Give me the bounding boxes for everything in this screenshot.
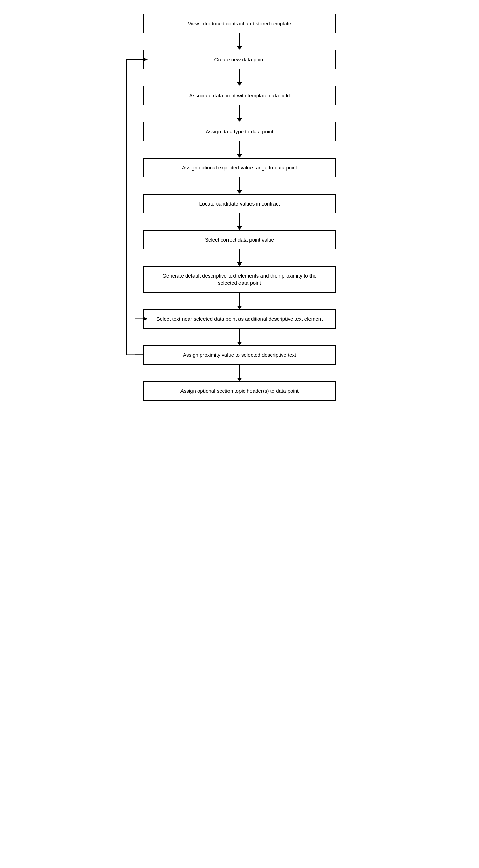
step-assign-proximity: Assign proximity value to selected descr… bbox=[143, 345, 336, 365]
flowchart-container: View introduced contract and stored temp… bbox=[119, 14, 360, 401]
arrow-1-2 bbox=[237, 33, 242, 50]
step-select-value: Select correct data point value bbox=[143, 230, 336, 249]
arrow-6-7 bbox=[237, 213, 242, 230]
arrow-7-8 bbox=[237, 249, 242, 266]
step-associate-template: Associate data point with template data … bbox=[143, 86, 336, 105]
step-generate-descriptive: Generate default descriptive text elemen… bbox=[143, 266, 336, 293]
step-assign-data-type: Assign data type to data point bbox=[143, 122, 336, 141]
arrow-2-3 bbox=[237, 69, 242, 86]
arrow-3-4 bbox=[237, 105, 242, 122]
arrow-8-9 bbox=[237, 293, 242, 309]
step-assign-section-topic: Assign optional section topic header(s) … bbox=[143, 381, 336, 401]
arrow-4-5 bbox=[237, 141, 242, 158]
arrow-5-6 bbox=[237, 177, 242, 194]
step-view-contract: View introduced contract and stored temp… bbox=[143, 14, 336, 33]
step-assign-expected-range: Assign optional expected value range to … bbox=[143, 158, 336, 177]
arrow-9-10 bbox=[237, 329, 242, 345]
arrow-10-11 bbox=[237, 365, 242, 381]
step-locate-candidates: Locate candidate values in contract bbox=[143, 194, 336, 213]
step-create-data-point: Create new data point bbox=[143, 50, 336, 69]
step-select-text: Select text near selected data point as … bbox=[143, 309, 336, 329]
flowchart-boxes: View introduced contract and stored temp… bbox=[119, 14, 360, 401]
